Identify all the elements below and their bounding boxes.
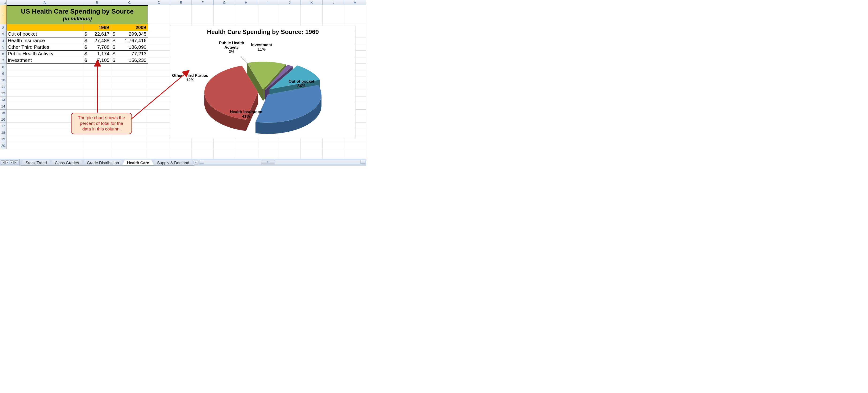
hscroll-thumb[interactable] — [261, 160, 275, 163]
row-header-6[interactable]: 6 — [0, 51, 6, 57]
table-title: US Health Care Spending by Source — [21, 8, 134, 15]
embedded-chart[interactable]: Health Care Spending by Source: 1969 Out… — [170, 26, 356, 138]
cell-B3[interactable]: $22,617 — [83, 31, 111, 37]
cell-C2[interactable]: 2009 — [111, 24, 148, 31]
pie-label-hi: Health Insurance41% — [230, 110, 262, 119]
tab-nav-last[interactable]: ▸| — [14, 160, 18, 164]
worksheet-grid[interactable]: US Health Care Spending by Source (in mi… — [6, 5, 366, 159]
cell-A7[interactable]: Investment — [6, 57, 83, 64]
row-header-1[interactable]: 1 — [0, 5, 6, 24]
title-merged-cell[interactable]: US Health Care Spending by Source (in mi… — [6, 5, 148, 24]
cell-C3[interactable]: $299,345 — [111, 31, 148, 37]
row-header-14[interactable]: 14 — [0, 103, 6, 109]
pie-label-otp: Other Third Parties12% — [172, 73, 208, 82]
cell-A5[interactable]: Other Third Parties — [6, 44, 83, 51]
table-subtitle: (in millions) — [63, 16, 92, 22]
select-all-corner[interactable] — [0, 0, 6, 5]
row-header-3[interactable]: 3 — [0, 31, 6, 37]
cell-A4[interactable]: Health Insurance — [6, 37, 83, 44]
sheet-tab-supply-demand[interactable]: Supply & Demand — [152, 160, 194, 166]
sheet-tab-bar: |◂ ◂ ▸ ▸| Stock TrendClass GradesGrade D… — [0, 159, 366, 166]
header-row: 1969 2009 — [6, 24, 148, 31]
row-header-19[interactable]: 19 — [0, 136, 6, 142]
col-header-K[interactable]: K — [301, 0, 322, 5]
cell-C5[interactable]: $186,090 — [111, 44, 148, 51]
cell-A6[interactable]: Public Health Activity — [6, 51, 83, 57]
cell-A2[interactable] — [6, 24, 83, 31]
pie-label-inv: Investment11% — [251, 43, 272, 52]
spreadsheet-app: A B C D E F G H I J K L M 12345678910111… — [0, 0, 366, 166]
annotation-callout: The pie chart shows the percent of total… — [71, 113, 132, 134]
table-row: Other Third Parties$7,788$186,090 — [6, 44, 148, 51]
hscroll-left-button[interactable]: ◂ — [194, 160, 198, 164]
row-header-17[interactable]: 17 — [0, 123, 6, 129]
tab-nav-first[interactable]: |◂ — [1, 160, 5, 164]
col-header-G[interactable]: G — [214, 0, 235, 5]
row-header-5[interactable]: 5 — [0, 44, 6, 51]
svg-line-2 — [241, 57, 251, 66]
row-header-2[interactable]: 2 — [0, 24, 6, 31]
col-header-D[interactable]: D — [148, 0, 170, 5]
row-header-8[interactable]: 8 — [0, 64, 6, 70]
chart-title: Health Care Spending by Source: 1969 — [170, 28, 355, 36]
cell-B6[interactable]: $1,174 — [83, 51, 111, 57]
row-header-18[interactable]: 18 — [0, 129, 6, 136]
horizontal-scrollbar[interactable] — [200, 160, 365, 164]
col-header-A[interactable]: A — [6, 0, 83, 5]
sheet-tab-class-grades[interactable]: Class Grades — [50, 160, 84, 166]
column-header-row: A B C D E F G H I J K L M — [0, 0, 366, 5]
sheet-tab-grade-distribution[interactable]: Grade Distribution — [82, 160, 124, 166]
pie-chart-svg — [170, 37, 355, 136]
row-header-4[interactable]: 4 — [0, 37, 6, 44]
row-header-20[interactable]: 20 — [0, 142, 6, 149]
cell-B2[interactable]: 1969 — [83, 24, 111, 31]
col-header-B[interactable]: B — [83, 0, 111, 5]
col-header-M[interactable]: M — [344, 0, 366, 5]
sheet-tabs: Stock TrendClass GradesGrade Distributio… — [20, 159, 192, 166]
row-header-9[interactable]: 9 — [0, 70, 6, 77]
cell-B7[interactable]: $7,105 — [83, 57, 111, 64]
sheet-tab-health-care[interactable]: Health Care — [122, 160, 154, 166]
table-row: Health Insurance$27,488$1,767,416 — [6, 37, 148, 44]
cell-B4[interactable]: $27,488 — [83, 37, 111, 44]
col-header-E[interactable]: E — [170, 0, 192, 5]
tab-nav-next[interactable]: ▸ — [10, 160, 13, 164]
row-header-16[interactable]: 16 — [0, 116, 6, 123]
col-header-J[interactable]: J — [279, 0, 301, 5]
row-header-15[interactable]: 15 — [0, 109, 6, 116]
cell-B5[interactable]: $7,788 — [83, 44, 111, 51]
table-row: Public Health Activity$1,174$77,213 — [6, 51, 148, 57]
tab-nav-buttons: |◂ ◂ ▸ ▸| — [0, 159, 20, 166]
pie-label-out: Out of pocket34% — [288, 79, 314, 88]
cell-C6[interactable]: $77,213 — [111, 51, 148, 57]
row-header-12[interactable]: 12 — [0, 90, 6, 97]
row-header-11[interactable]: 11 — [0, 84, 6, 90]
col-header-C[interactable]: C — [111, 0, 148, 5]
col-header-H[interactable]: H — [235, 0, 257, 5]
col-header-F[interactable]: F — [192, 0, 214, 5]
cell-C4[interactable]: $1,767,416 — [111, 37, 148, 44]
col-header-L[interactable]: L — [322, 0, 344, 5]
table-row: Out of pocket$22,617$299,345 — [6, 31, 148, 37]
row-header-13[interactable]: 13 — [0, 97, 6, 103]
row-header-10[interactable]: 10 — [0, 77, 6, 84]
table-row: Investment$7,105$156,230 — [6, 57, 148, 64]
data-table: US Health Care Spending by Source (in mi… — [6, 5, 148, 64]
pie-label-pha: Public Health Activity 2% — [219, 41, 244, 54]
row-header-7[interactable]: 7 — [0, 57, 6, 64]
col-header-I[interactable]: I — [257, 0, 279, 5]
tab-nav-prev[interactable]: ◂ — [5, 160, 9, 164]
row-header-column: 1234567891011121314151617181920 — [0, 5, 6, 149]
cell-C7[interactable]: $156,230 — [111, 57, 148, 64]
sheet-tab-stock-trend[interactable]: Stock Trend — [21, 160, 52, 166]
cell-A3[interactable]: Out of pocket — [6, 31, 83, 37]
